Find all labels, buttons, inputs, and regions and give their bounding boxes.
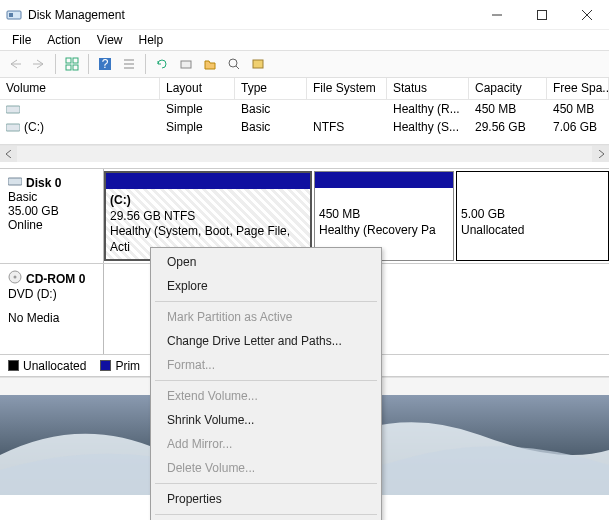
open-icon[interactable] xyxy=(199,53,221,75)
refresh-icon[interactable] xyxy=(151,53,173,75)
col-volume[interactable]: Volume xyxy=(0,78,160,99)
menu-view[interactable]: View xyxy=(89,31,131,49)
part-size: 5.00 GB xyxy=(461,207,505,221)
menubar: File Action View Help xyxy=(0,30,609,50)
drive-icon xyxy=(6,121,20,131)
cell-status: Healthy (R... xyxy=(387,101,469,117)
disk0-label[interactable]: Disk 0 Basic 35.00 GB Online xyxy=(0,169,104,263)
cell-free: 450 MB xyxy=(547,101,609,117)
svg-text:?: ? xyxy=(102,57,109,71)
col-filesystem[interactable]: File System xyxy=(307,78,387,99)
window-title: Disk Management xyxy=(28,8,474,22)
close-button[interactable] xyxy=(564,0,609,29)
cell-volume: (C:) xyxy=(24,120,44,134)
svg-rect-8 xyxy=(66,58,71,63)
svg-rect-9 xyxy=(73,58,78,63)
cell-layout: Simple xyxy=(160,119,235,135)
maximize-button[interactable] xyxy=(519,0,564,29)
svg-line-19 xyxy=(236,66,239,69)
cell-type: Basic xyxy=(235,119,307,135)
legend-unalloc: Unallocated xyxy=(23,359,86,373)
svg-rect-20 xyxy=(253,60,263,68)
cm-shrink[interactable]: Shrink Volume... xyxy=(153,408,379,432)
cm-mirror[interactable]: Add Mirror... xyxy=(153,432,379,456)
toolbar: ? xyxy=(0,50,609,78)
cell-layout: Simple xyxy=(160,101,235,117)
svg-rect-22 xyxy=(6,124,20,131)
disk-icon[interactable] xyxy=(175,53,197,75)
drive-icon xyxy=(6,103,20,113)
cm-mark-active[interactable]: Mark Partition as Active xyxy=(153,305,379,329)
tools-icon[interactable] xyxy=(247,53,269,75)
menu-help[interactable]: Help xyxy=(131,31,172,49)
part-size: 29.56 GB NTFS xyxy=(110,209,195,223)
cell-type: Basic xyxy=(235,101,307,117)
svg-rect-1 xyxy=(9,13,13,17)
view-icon[interactable] xyxy=(61,53,83,75)
svg-rect-21 xyxy=(6,106,20,113)
scroll-left-icon[interactable] xyxy=(0,146,17,162)
disk0-title: Disk 0 xyxy=(26,176,61,190)
cd-icon xyxy=(8,270,22,287)
cell-capacity: 29.56 GB xyxy=(469,119,547,135)
cell-free: 7.06 GB xyxy=(547,119,609,135)
cm-extend[interactable]: Extend Volume... xyxy=(153,384,379,408)
disk0-kind: Basic xyxy=(8,190,95,204)
disk0-size: 35.00 GB xyxy=(8,204,95,218)
col-capacity[interactable]: Capacity xyxy=(469,78,547,99)
svg-rect-23 xyxy=(8,178,22,185)
app-icon xyxy=(6,7,22,23)
context-menu: Open Explore Mark Partition as Active Ch… xyxy=(150,247,382,520)
menu-action[interactable]: Action xyxy=(39,31,88,49)
settings-list-icon[interactable] xyxy=(118,53,140,75)
back-button[interactable] xyxy=(4,53,26,75)
cdrom-state: No Media xyxy=(8,311,95,325)
forward-button[interactable] xyxy=(28,53,50,75)
list-header: Volume Layout Type File System Status Ca… xyxy=(0,78,609,100)
help-icon[interactable]: ? xyxy=(94,53,116,75)
minimize-button[interactable] xyxy=(474,0,519,29)
svg-rect-3 xyxy=(537,10,546,19)
cm-delete[interactable]: Delete Volume... xyxy=(153,456,379,480)
svg-rect-10 xyxy=(66,65,71,70)
part-status: Unallocated xyxy=(461,223,524,237)
legend-swatch-primary xyxy=(100,360,111,371)
svg-rect-17 xyxy=(181,61,191,68)
cdrom-label[interactable]: CD-ROM 0 DVD (D:) No Media xyxy=(0,264,104,354)
col-status[interactable]: Status xyxy=(387,78,469,99)
cell-fs xyxy=(307,108,387,110)
part-size: 450 MB xyxy=(319,207,360,221)
cdrom-title: CD-ROM 0 xyxy=(26,272,85,286)
menu-file[interactable]: File xyxy=(4,31,39,49)
list-row[interactable]: (C:) Simple Basic NTFS Healthy (S... 29.… xyxy=(0,118,609,136)
disk0-state: Online xyxy=(8,218,95,232)
scroll-right-icon[interactable] xyxy=(592,146,609,162)
titlebar: Disk Management xyxy=(0,0,609,30)
list-hscroll[interactable] xyxy=(0,145,609,162)
cm-properties[interactable]: Properties xyxy=(153,487,379,511)
list-row[interactable]: Simple Basic Healthy (R... 450 MB 450 MB xyxy=(0,100,609,118)
svg-rect-11 xyxy=(73,65,78,70)
volume-list: Volume Layout Type File System Status Ca… xyxy=(0,78,609,145)
col-free[interactable]: Free Spa... xyxy=(547,78,609,99)
part-label: (C:) xyxy=(110,193,131,207)
col-layout[interactable]: Layout xyxy=(160,78,235,99)
cm-change-letter[interactable]: Change Drive Letter and Paths... xyxy=(153,329,379,353)
part-status: Healthy (Recovery Pa xyxy=(319,223,436,237)
cell-fs: NTFS xyxy=(307,119,387,135)
cell-status: Healthy (S... xyxy=(387,119,469,135)
disk-icon xyxy=(8,175,22,190)
partition-unallocated[interactable]: 5.00 GB Unallocated xyxy=(456,171,609,261)
svg-point-25 xyxy=(14,276,17,279)
cdrom-kind: DVD (D:) xyxy=(8,287,95,301)
cm-format[interactable]: Format... xyxy=(153,353,379,377)
cell-capacity: 450 MB xyxy=(469,101,547,117)
cm-open[interactable]: Open xyxy=(153,250,379,274)
svg-point-18 xyxy=(229,59,237,67)
col-type[interactable]: Type xyxy=(235,78,307,99)
legend-primary: Prim xyxy=(115,359,140,373)
cm-explore[interactable]: Explore xyxy=(153,274,379,298)
search-icon[interactable] xyxy=(223,53,245,75)
legend-swatch-unalloc xyxy=(8,360,19,371)
